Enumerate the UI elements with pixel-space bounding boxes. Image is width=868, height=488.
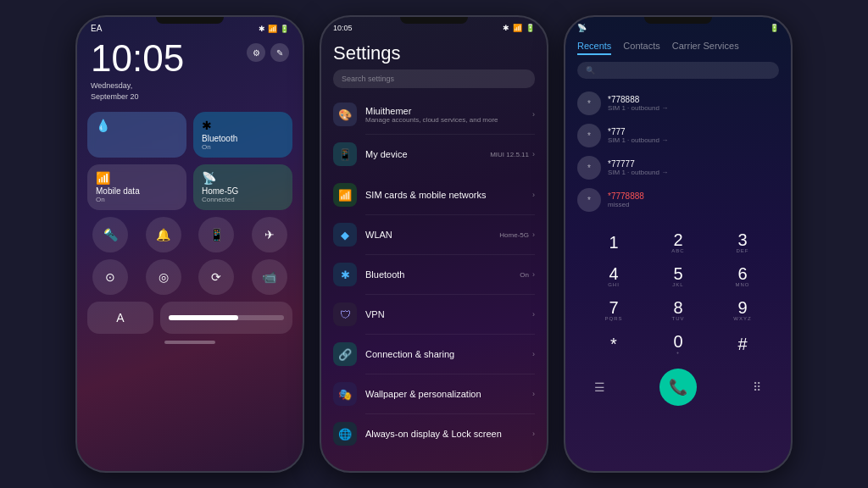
battery-status-icon: 🔋 [526, 24, 535, 32]
avatar: * [577, 188, 601, 212]
key-0[interactable]: 0 + [647, 328, 709, 360]
wifi-tile[interactable]: 📡 Home-5G Connected [193, 164, 292, 210]
tab-carrier-services[interactable]: Carrier Services [672, 41, 739, 55]
phone1-status-icons: ✱ 📶 🔋 [259, 25, 289, 33]
settings-item-my-device[interactable]: 📱 My device MIUI 12.5.11 › [321, 136, 547, 172]
water-icon: 💧 [96, 119, 178, 132]
phone1-time-row: 10:05 Wednesday,September 20 ⚙ ✎ [77, 36, 303, 107]
chevron-icon: › [532, 191, 535, 199]
edit-icon[interactable]: ✎ [270, 43, 289, 62]
phone-1: EA ✱ 📶 🔋 10:05 Wednesday,September 20 ⚙ … [75, 15, 304, 473]
key-3[interactable]: 3 DEF [711, 226, 774, 258]
phone1-icon-row1: 🔦 🔔 📱 ✈ [77, 217, 303, 252]
dialer-tabs: Recents Contacts Carrier Services [565, 36, 791, 62]
flashlight-button[interactable]: 🔦 [92, 217, 128, 252]
my-device-text: My device [365, 149, 490, 159]
key-8[interactable]: 8 TUV [647, 294, 709, 326]
settings-list: 🎨 Miuithemer Manage accounts, cloud serv… [321, 97, 547, 452]
wallpaper-text: Wallpaper & personalization [365, 389, 532, 399]
settings-item-bluetooth[interactable]: ✱ Bluetooth On › [321, 257, 547, 292]
mobile-data-tile[interactable]: 📶 Mobile data On [87, 164, 186, 210]
chevron-icon: › [532, 310, 535, 319]
settings-item-always-on[interactable]: 🌐 Always-on display & Lock screen › [321, 416, 547, 452]
tab-recents[interactable]: Recents [577, 41, 611, 55]
phone1-icon-row2: ⊙ ◎ ⟳ 📹 [77, 259, 303, 295]
water-tile[interactable]: 💧 [87, 112, 186, 158]
menu-button[interactable]: ☰ [586, 374, 613, 401]
brightness-slider[interactable] [160, 302, 292, 334]
settings-search[interactable]: Search settings [333, 69, 535, 88]
key-2[interactable]: 2 ABC [647, 226, 709, 258]
call-button[interactable]: 📞 [659, 369, 697, 406]
phone-2: 10:05 ✱ 📶 🔋 Settings Search settings 🎨 M [320, 15, 548, 473]
bluetooth-tile[interactable]: ✱ Bluetooth On [193, 112, 292, 158]
tab-contacts[interactable]: Contacts [623, 41, 659, 55]
phone3-status-bar: 📡 🔋 [565, 17, 791, 36]
divider [365, 334, 535, 335]
avatar: * [577, 92, 601, 115]
phone2-status-bar: 10:05 ✱ 📶 🔋 [321, 17, 547, 36]
settings-item-miuithemer[interactable]: 🎨 Miuithemer Manage accounts, cloud serv… [321, 97, 547, 132]
avatar: * [577, 124, 601, 147]
chevron-icon: › [532, 270, 535, 279]
key-9[interactable]: 9 WXYZ [711, 294, 774, 326]
key-5[interactable]: 5 JKL [647, 260, 709, 292]
airplane-button[interactable]: ✈ [252, 217, 287, 252]
call-icon: 📞 [669, 378, 687, 396]
key-7[interactable]: 7 PQRS [582, 294, 645, 326]
miuithemer-icon: 🎨 [333, 103, 357, 126]
divider [365, 413, 535, 414]
search-icon: 🔍 [586, 66, 595, 75]
wallpaper-icon: 🎭 [333, 382, 357, 406]
phone2-time: 10:05 [333, 24, 353, 32]
phone1-carrier: EA [91, 24, 102, 33]
circle-button[interactable]: ⊙ [92, 259, 128, 295]
chevron-icon: › [532, 230, 535, 239]
recent-item[interactable]: * *777 SIM 1 · outbound → [565, 119, 791, 152]
settings-item-wlan[interactable]: ◆ WLAN Home-5G › [321, 217, 547, 252]
divider [365, 294, 535, 295]
key-hash[interactable]: # [711, 328, 774, 360]
bluetooth-text: Bluetooth [365, 269, 520, 280]
grid-button[interactable]: ⠿ [743, 374, 771, 401]
bluetooth-settings-icon: ✱ [333, 263, 357, 286]
bt-icon: ✱ [202, 119, 284, 132]
bluetooth-icon: ✱ [259, 25, 265, 33]
divider [365, 214, 535, 215]
recent-item[interactable]: * *77777 SIM 1 · outbound → [565, 152, 791, 184]
recent-item[interactable]: * *778888 SIM 1 · outbound → [565, 87, 791, 119]
recent-item-missed[interactable]: * *7778888 missed [565, 184, 791, 216]
signal-status-icon: 📶 [513, 24, 522, 32]
connection-text: Connection & sharing [365, 349, 532, 359]
phone1-controls-grid: 💧 ✱ Bluetooth On 📶 Mobile data On � [77, 107, 303, 215]
nfc-button[interactable]: ⟳ [198, 259, 234, 295]
phone3-screen: 📡 🔋 Recents Contacts Carrier Services 🔍 … [565, 17, 791, 471]
phone1-time: 10:05 Wednesday,September 20 [91, 40, 184, 102]
settings-icon[interactable]: ⚙ [247, 43, 265, 62]
key-6[interactable]: 6 MNO [711, 260, 774, 292]
settings-item-wallpaper[interactable]: 🎭 Wallpaper & personalization › [321, 376, 547, 412]
screen-button[interactable]: 📱 [198, 217, 234, 252]
location-button[interactable]: ◎ [146, 259, 181, 295]
recent-text: *7778888 missed [608, 191, 779, 208]
camera-button[interactable]: 📹 [252, 259, 287, 295]
key-4[interactable]: 4 GHI [582, 260, 645, 292]
settings-item-vpn[interactable]: 🛡 VPN › [321, 297, 547, 332]
settings-item-connection-sharing[interactable]: 🔗 Connection & sharing › [321, 336, 547, 372]
sim-text: SIM cards & mobile networks [365, 190, 532, 200]
key-star[interactable]: * [582, 328, 645, 360]
divider [365, 374, 535, 374]
my-device-icon: 📱 [333, 142, 357, 166]
home-indicator [164, 341, 215, 344]
phone3-battery-icon: 🔋 [770, 24, 779, 32]
bt-status-icon: ✱ [503, 24, 509, 32]
dialer-search[interactable]: 🔍 [577, 62, 779, 79]
bell-button[interactable]: 🔔 [146, 217, 181, 252]
divider [365, 134, 535, 135]
settings-item-sim[interactable]: 📶 SIM cards & mobile networks › [321, 177, 547, 213]
key-1[interactable]: 1 [582, 226, 645, 258]
a-button[interactable]: A [87, 302, 153, 334]
recents-list: * *778888 SIM 1 · outbound → * *777 SIM … [565, 84, 791, 219]
phone1-top-icons[interactable]: ⚙ ✎ [247, 43, 289, 62]
phone1-bottom-row: A [77, 295, 303, 334]
